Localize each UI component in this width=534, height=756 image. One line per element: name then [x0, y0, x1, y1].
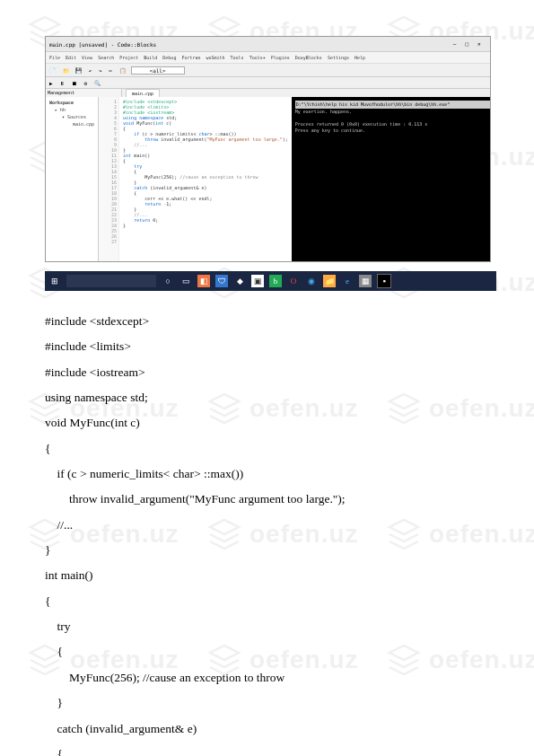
code-line: #include <stdexcept>	[45, 309, 489, 334]
console-line1: My exertion. happens.	[295, 109, 491, 115]
document-code-block: #include <stdexcept> #include <limits> #…	[45, 309, 489, 756]
minimize-icon[interactable]: —	[453, 40, 462, 48]
menu-tools[interactable]: Tools	[231, 55, 244, 60]
app-icon[interactable]: ◆	[233, 275, 246, 287]
debug-icons[interactable]: ▶ ⏸ ⏹ ⚙ 🔍	[49, 80, 102, 86]
code-line: {	[45, 589, 489, 614]
ide-toolbar: 📄 📁 💾 ↶ ↷ ✂ 📋 <all>	[46, 64, 490, 77]
cortana-icon[interactable]: ○	[162, 275, 174, 287]
ide-toolbar-2: ▶ ⏸ ⏹ ⚙ 🔍	[46, 77, 490, 89]
build-target-select[interactable]: <all>	[131, 66, 185, 75]
line-gutter: 1234567891011121314151617181920212223242…	[99, 97, 119, 262]
ide-main: 1234567891011121314151617181920212223242…	[99, 97, 491, 262]
code-line: using namespace std;	[45, 385, 489, 410]
code-line: #include <iostream>	[45, 360, 489, 385]
start-icon[interactable]: ⊞	[48, 275, 61, 287]
code-line: {	[45, 436, 489, 462]
code-line: MyFunc(256); //cause an exception to thr…	[45, 665, 489, 690]
menu-debug[interactable]: Debug	[162, 55, 176, 60]
code-line: throw invalid_argument("MyFunc argument …	[45, 487, 489, 512]
tree-folder[interactable]: ▾ Sources	[48, 113, 96, 120]
page-content: main.cpp [unsaved] - Code::Blocks — □ ✕ …	[0, 0, 534, 756]
windows-taskbar: ⊞ ○ ▭ ◧ 🛡 ◆ ▣ b O ◉ 📁 e ▦ ▪	[45, 271, 496, 291]
ide-menubar: File Edit View Search Project Build Debu…	[46, 52, 490, 64]
project-tree: Workspace ▸ hh ▾ Sources main.cpp	[46, 97, 99, 262]
code-line: //...	[45, 513, 489, 538]
console-line3: Press any key to continue.	[295, 127, 491, 134]
app-icon[interactable]: 🛡	[215, 275, 228, 287]
menu-project[interactable]: Project	[119, 55, 138, 60]
window-title: main.cpp [unsaved] - Code::Blocks	[49, 41, 156, 48]
menu-build[interactable]: Build	[144, 55, 157, 60]
menu-toolsplus[interactable]: Tools+	[249, 55, 266, 60]
code-line: if (c > numeric_limits< char> ::max())	[45, 462, 489, 487]
app-icon[interactable]: ◧	[197, 275, 210, 287]
edge-icon[interactable]: e	[341, 275, 354, 287]
code-line: catch (invalid_argument& e)	[45, 716, 489, 742]
app-icon[interactable]: 📁	[323, 275, 336, 287]
menu-search[interactable]: Search	[98, 55, 114, 60]
management-panel-header: Management	[46, 89, 122, 97]
ide-titlebar: main.cpp [unsaved] - Code::Blocks — □ ✕	[46, 37, 490, 52]
menu-help[interactable]: Help	[355, 55, 365, 60]
app-icon[interactable]: ▣	[251, 275, 264, 287]
editor-code[interactable]: #include <stdexcept> #include <limits> #…	[119, 97, 292, 262]
code-line: {	[45, 639, 489, 664]
code-line: int main()	[45, 563, 489, 588]
menu-settings[interactable]: Settings	[328, 55, 349, 60]
app-icon[interactable]: O	[287, 275, 300, 287]
app-icon[interactable]: b	[269, 275, 282, 287]
code-line: }	[45, 538, 489, 563]
ide-screenshot: main.cpp [unsaved] - Code::Blocks — □ ✕ …	[45, 36, 491, 262]
console-path: D:"\Ychish\help his kid Muvofhodulor\hh\…	[295, 101, 491, 109]
menu-doxyblocks[interactable]: DoxyBlocks	[295, 55, 322, 60]
menu-fortran[interactable]: Fortran	[181, 55, 200, 60]
menu-view[interactable]: View	[82, 55, 92, 60]
ide-body: Workspace ▸ hh ▾ Sources main.cpp 123456…	[46, 97, 490, 262]
console-icon[interactable]: ▪	[377, 274, 391, 288]
maximize-icon[interactable]: □	[465, 40, 474, 48]
code-line: #include <limits>	[45, 334, 489, 359]
menu-edit[interactable]: Edit	[66, 55, 76, 60]
menu-plugins[interactable]: Plugins	[271, 55, 290, 60]
console-output: D:"\Ychish\help his kid Muvofhodulor\hh\…	[292, 97, 491, 262]
code-editor[interactable]: 1234567891011121314151617181920212223242…	[99, 97, 292, 262]
app-icon[interactable]: ▦	[359, 275, 372, 287]
app-icon[interactable]: ◉	[305, 275, 318, 287]
taskbar-search[interactable]	[66, 275, 156, 287]
window-controls: — □ ✕	[453, 40, 486, 48]
code-line: }	[45, 690, 489, 716]
menu-wxsmith[interactable]: wxSmith	[206, 55, 224, 60]
toolbar-icons[interactable]: 📄 📁 💾 ↶ ↷ ✂ 📋	[49, 67, 127, 74]
code-line: void MyFunc(int c)	[45, 410, 489, 435]
tree-workspace[interactable]: Workspace	[48, 99, 96, 106]
menu-file[interactable]: File	[49, 55, 60, 60]
editor-tab[interactable]: main.cpp	[126, 89, 160, 97]
taskview-icon[interactable]: ▭	[179, 275, 192, 287]
code-line: try	[45, 614, 489, 639]
code-line: {	[45, 742, 489, 756]
tree-project[interactable]: ▸ hh	[48, 106, 96, 113]
tree-file[interactable]: main.cpp	[48, 120, 96, 127]
console-line2: Process returned 0 (0x0) execution time …	[295, 121, 491, 127]
close-icon[interactable]: ✕	[477, 40, 486, 48]
